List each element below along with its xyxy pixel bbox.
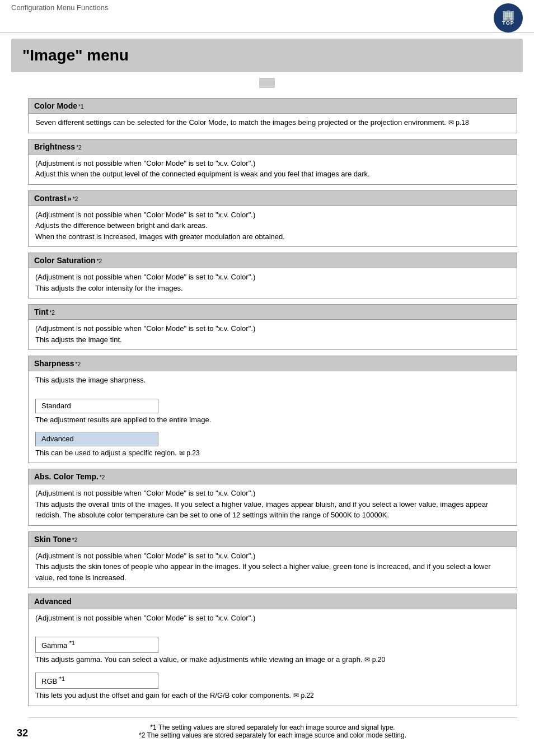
sharpness-sup: *2 — [76, 361, 81, 367]
page-number: 32 — [17, 727, 28, 739]
skin-tone-header: Skin Tone *2 — [28, 531, 517, 547]
rgb-sup: *1 — [59, 675, 65, 682]
main-content: Color Mode *1 Seven different settings c… — [0, 92, 534, 750]
top-bar: Configuration Menu Functions 🏢 TOP — [0, 0, 534, 33]
abs-color-temp-section: Abs. Color Temp. *2 (Adjustment is not p… — [28, 469, 517, 526]
advanced-body: (Adjustment is not possible when "Color … — [28, 609, 517, 706]
contrast-header: Contrast » *2 — [28, 190, 517, 206]
config-title: Configuration Menu Functions — [11, 3, 108, 12]
gamma-subbox: Gamma *1 — [35, 637, 158, 653]
sharpness-label: Sharpness — [34, 359, 74, 368]
sharpness-body: This adjusts the image sharpness. Standa… — [28, 371, 517, 463]
contrast-body: (Adjustment is not possible when "Color … — [28, 206, 517, 248]
logo-building-icon: 🏢 — [502, 10, 514, 20]
sharpness-intro: This adjusts the image sharpness. — [35, 375, 510, 386]
rgb-subbox: RGB *1 — [35, 673, 158, 689]
advanced-label: Advanced — [34, 597, 72, 606]
color-mode-ref-icon: ✉ — [448, 119, 454, 127]
rgb-ref: p.22 — [301, 692, 313, 699]
indicator-rect — [259, 78, 275, 88]
advanced-header: Advanced — [28, 594, 517, 609]
tint-section: Tint *2 (Adjustment is not possible when… — [28, 304, 517, 350]
rgb-desc: This lets you adjust the offset and gain… — [35, 690, 510, 701]
color-saturation-body: (Adjustment is not possible when "Color … — [28, 268, 517, 298]
color-mode-body: Seven different settings can be selected… — [28, 114, 517, 133]
color-mode-ref: p.18 — [456, 119, 469, 127]
skin-tone-section: Skin Tone *2 (Adjustment is not possible… — [28, 531, 517, 589]
standard-subbox: Standard — [35, 399, 158, 413]
tint-body: (Adjustment is not possible when "Color … — [28, 320, 517, 350]
color-mode-section: Color Mode *1 Seven different settings c… — [28, 98, 517, 133]
color-mode-sup: *1 — [78, 104, 83, 110]
tint-label: Tint — [34, 307, 48, 316]
abs-color-temp-sup: *2 — [100, 474, 105, 480]
sharpness-section: Sharpness *2 This adjusts the image shar… — [28, 356, 517, 463]
sharpness-header: Sharpness *2 — [28, 356, 517, 371]
gamma-ref-icon: ✉ — [364, 656, 370, 664]
footnote-2: *2 The setting values are stored separat… — [28, 731, 517, 739]
advanced-ref-icon: ✉ — [179, 449, 185, 457]
color-mode-header: Color Mode *1 — [28, 98, 517, 114]
advanced-section: Advanced (Adjustment is not possible whe… — [28, 594, 517, 706]
logo-label: TOP — [502, 20, 514, 26]
contrast-section: Contrast » *2 (Adjustment is not possibl… — [28, 190, 517, 248]
brightness-section: Brightness *2 (Adjustment is not possibl… — [28, 139, 517, 185]
page-title: "Image" menu — [22, 46, 512, 64]
abs-color-temp-header: Abs. Color Temp. *2 — [28, 469, 517, 484]
advanced-subbox: Advanced — [35, 432, 158, 446]
skin-tone-body: (Adjustment is not possible when "Color … — [28, 547, 517, 589]
skin-tone-sup: *2 — [72, 537, 77, 543]
standard-desc: The adjustment results are applied to th… — [35, 414, 510, 426]
abs-color-temp-label: Abs. Color Temp. — [34, 472, 99, 481]
gamma-ref: p.20 — [372, 656, 385, 664]
footnotes: *1 The setting values are stored separat… — [28, 717, 517, 739]
brightness-sup: *2 — [76, 144, 81, 151]
advanced-ref: p.23 — [186, 449, 199, 457]
advanced-desc: This can be used to adjust a specific re… — [35, 447, 510, 459]
color-mode-label: Color Mode — [34, 101, 77, 110]
contrast-arrow-icon: » — [68, 194, 72, 203]
abs-color-temp-body: (Adjustment is not possible when "Color … — [28, 484, 517, 526]
gamma-sup: *1 — [69, 640, 75, 646]
color-saturation-section: Color Saturation *2 (Adjustment is not p… — [28, 253, 517, 298]
advanced-note: (Adjustment is not possible when "Color … — [35, 613, 510, 624]
contrast-sup: *2 — [73, 196, 78, 202]
color-saturation-sup: *2 — [97, 258, 102, 264]
color-saturation-header: Color Saturation *2 — [28, 253, 517, 268]
gamma-desc: This adjusts gamma. You can select a val… — [35, 654, 510, 665]
skin-tone-label: Skin Tone — [34, 535, 71, 544]
tint-sup: *2 — [49, 310, 54, 316]
brightness-header: Brightness *2 — [28, 139, 517, 155]
brightness-body: (Adjustment is not possible when "Color … — [28, 155, 517, 185]
brightness-label: Brightness — [34, 142, 75, 151]
footnote-1: *1 The setting values are stored separat… — [28, 724, 517, 731]
top-logo: 🏢 TOP — [494, 3, 523, 32]
rgb-ref-icon: ✉ — [293, 692, 299, 699]
color-saturation-label: Color Saturation — [34, 256, 96, 265]
tint-header: Tint *2 — [28, 304, 517, 320]
contrast-label: Contrast — [34, 194, 67, 203]
